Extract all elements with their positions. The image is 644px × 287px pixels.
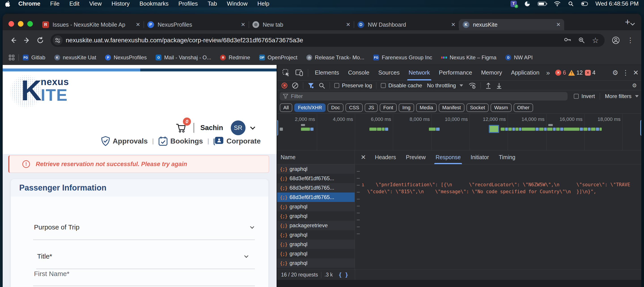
network-settings-gear-icon[interactable]: ⚙ (632, 82, 637, 89)
menu-view[interactable]: View (89, 0, 102, 7)
request-row-7[interactable]: {;}packageretrieve (277, 221, 355, 230)
chip-media[interactable]: Media (416, 103, 437, 112)
bookmark-item-5[interactable]: RRedmine (220, 54, 250, 61)
devtools-tab-memory[interactable]: Memory (476, 65, 506, 80)
bookmark-item-7[interactable]: ◷Release Track- Mo... (306, 54, 364, 61)
detail-tab-response[interactable]: Response (431, 150, 466, 164)
wifi-icon[interactable] (554, 1, 560, 6)
menubar-clock[interactable]: Wed 6:48:56 PM (596, 0, 639, 7)
minimize-window-button[interactable] (18, 21, 24, 27)
bookmark-item-6[interactable]: OPOpenProject (259, 54, 298, 61)
tab-close-icon[interactable]: ✕ (556, 22, 560, 28)
spotlight-search-icon[interactable] (568, 1, 574, 7)
detail-tab-initiator[interactable]: Initiator (466, 150, 494, 164)
zoom-icon[interactable] (578, 37, 585, 44)
bookmark-item-2[interactable]: KnexusKite Uat (54, 54, 96, 61)
browser-menu-icon[interactable]: ⋮ (627, 36, 634, 44)
chip-font[interactable]: Font (380, 103, 397, 112)
menu-history[interactable]: History (112, 0, 130, 7)
clear-network-log-icon[interactable] (292, 82, 298, 89)
fold-marker-icon[interactable]: – (355, 168, 362, 174)
nav-corporate[interactable]: Corporate (214, 136, 261, 146)
request-row-5[interactable]: {;}graphql (277, 202, 355, 211)
network-search-icon[interactable] (318, 82, 325, 89)
devtools-tab-network[interactable]: Network (404, 65, 434, 80)
browser-tab-5[interactable]: KnexusKite✕ (459, 19, 564, 30)
overview-left-handle[interactable] (277, 120, 278, 136)
request-row-4[interactable]: {;}68d3ef6f1df6765... (277, 192, 355, 202)
menu-profiles[interactable]: Profiles (178, 0, 198, 7)
request-row-6[interactable]: {;}graphql (277, 211, 355, 221)
chip-js[interactable]: JS (365, 103, 378, 112)
site-settings-icon[interactable] (53, 35, 62, 45)
preserve-log-checkbox[interactable] (334, 83, 339, 88)
fold-marker-icon[interactable]: – (355, 217, 362, 222)
tab-search-chevron-icon[interactable] (630, 23, 635, 26)
filter-input[interactable]: Filter (280, 92, 568, 101)
chip-manifest[interactable]: Manifest (439, 103, 464, 112)
console-errors-badge[interactable]: ✕6 (555, 69, 566, 76)
disable-cache-checkbox[interactable] (381, 83, 386, 88)
menu-help[interactable]: Help (258, 0, 269, 7)
browser-tab-1[interactable]: RIssues - NexusKite Mobile Ap✕ (39, 19, 144, 30)
bookmark-item-8[interactable]: FGFarenexus Group Inc (373, 54, 432, 61)
network-conditions-icon[interactable] (468, 82, 476, 89)
throttling-select[interactable]: No throttling (427, 82, 463, 89)
menu-tab[interactable]: Tab (208, 0, 217, 7)
browser-tab-2[interactable]: PNexusProfiles✕ (144, 19, 249, 30)
back-button[interactable] (10, 37, 17, 44)
password-key-icon[interactable] (564, 37, 571, 44)
reload-button[interactable] (37, 37, 44, 44)
detail-tab-preview[interactable]: Preview (401, 150, 431, 164)
more-filters-button[interactable]: More filters (605, 93, 632, 99)
bookmark-item-1[interactable]: FGGitlab (23, 54, 46, 61)
apps-grid-icon[interactable] (9, 55, 14, 60)
request-row-12[interactable]: {;}68d3ef231df6765 (277, 268, 355, 269)
console-warnings-badge[interactable]: !12 (568, 69, 583, 76)
url-text[interactable]: nexuskite.uat.w.farenexushub.com/package… (66, 37, 560, 44)
devtools-tab-application[interactable]: Application (506, 65, 544, 80)
zoom-window-button[interactable] (27, 21, 33, 27)
nav-approvals[interactable]: Approvals (101, 136, 148, 146)
request-row-3[interactable]: {;}68d3ef6f1df6765... (277, 183, 355, 192)
request-row-1[interactable]: {;}graphql (277, 164, 355, 174)
field-chevron-icon[interactable] (244, 254, 248, 258)
more-panels-icon[interactable]: » (544, 69, 552, 77)
close-window-button[interactable] (8, 21, 14, 27)
profile-avatar-icon[interactable] (612, 36, 620, 44)
devtools-close-icon[interactable]: ✕ (633, 69, 639, 77)
export-har-icon[interactable] (496, 82, 502, 89)
name-column-header[interactable]: Name (277, 150, 355, 164)
response-body[interactable]: –––ı \"pnrIdentification\": [{\n \"recor… (355, 164, 641, 269)
bookmark-item-10[interactable]: DNW API (505, 54, 533, 61)
tab-close-icon[interactable]: ✕ (136, 22, 140, 28)
omnibox[interactable]: nexuskite.uat.w.farenexushub.com/package… (50, 34, 605, 47)
menu-chrome[interactable]: Chrome (18, 0, 40, 7)
control-center-icon[interactable] (581, 2, 588, 6)
devtools-tab-console[interactable]: Console (344, 65, 374, 80)
devtools-tab-sources[interactable]: Sources (374, 65, 404, 80)
fold-marker-icon[interactable]: – (355, 231, 362, 236)
fold-marker-icon[interactable]: – (355, 196, 362, 201)
fold-marker-icon[interactable]: – (355, 189, 362, 194)
chip-socket[interactable]: Socket (466, 103, 488, 112)
fold-marker-icon[interactable]: – (355, 224, 362, 229)
menu-bookmarks[interactable]: Bookmarks (140, 0, 168, 7)
request-row-2[interactable]: {;}68d3ef6f1df6765... (277, 174, 355, 183)
fold-marker-icon[interactable]: – (355, 203, 362, 208)
devtools-menu-dots-icon[interactable]: ⋮ (622, 69, 629, 77)
tab-close-icon[interactable]: ✕ (241, 22, 245, 28)
browser-tab-3[interactable]: New tab✕ (249, 19, 354, 30)
menu-edit[interactable]: Edit (69, 0, 80, 7)
fold-marker-icon[interactable]: – (355, 210, 362, 215)
format-response-button[interactable]: { } (338, 272, 348, 278)
fold-marker-icon[interactable]: – (355, 182, 362, 188)
filter-funnel-icon[interactable] (308, 82, 314, 89)
user-avatar[interactable]: SR (231, 120, 246, 135)
device-toolbar-icon[interactable] (296, 69, 303, 76)
tab-close-icon[interactable]: ✕ (346, 22, 350, 28)
apple-icon[interactable] (5, 1, 10, 7)
devtools-tab-elements[interactable]: Elements (310, 65, 344, 80)
teams-status-icon[interactable]: T✓ (510, 1, 517, 7)
request-row-11[interactable]: {;}graphql (277, 258, 355, 268)
